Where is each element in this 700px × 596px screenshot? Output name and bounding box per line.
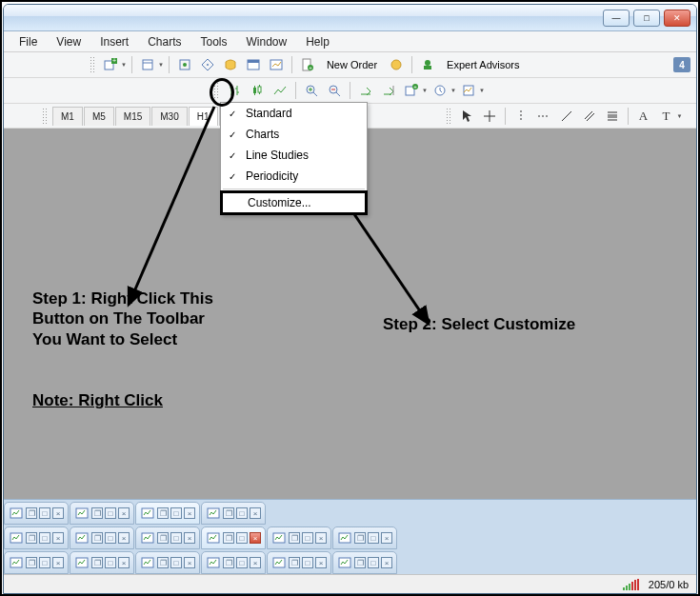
tab-restore-icon[interactable]: ❐ (223, 557, 234, 568)
trendline-button[interactable] (556, 106, 577, 127)
tab-close-icon[interactable]: × (118, 532, 130, 544)
tab-restore-icon[interactable]: ❐ (91, 532, 103, 544)
chart-window-tab[interactable]: ❐□× (135, 502, 200, 525)
ctx-customize[interactable]: Customize... (220, 190, 368, 215)
tab-close-icon[interactable]: × (52, 557, 64, 568)
timeframe-m5[interactable]: M5 (84, 107, 114, 126)
timeframe-m15[interactable]: M15 (115, 107, 150, 126)
menu-insert[interactable]: Insert (90, 32, 138, 51)
timeframe-m1[interactable]: M1 (52, 107, 83, 126)
new-order-button[interactable]: New Order (320, 54, 384, 75)
tab-restore-icon[interactable]: ❐ (91, 557, 103, 568)
market-watch-button[interactable] (174, 54, 195, 75)
timeframe-m30[interactable]: M30 (151, 107, 187, 126)
chart-window-tab[interactable]: ❐□× (70, 526, 134, 549)
chart-window-tab[interactable]: ❐□× (70, 551, 134, 574)
profiles-button[interactable] (137, 54, 158, 75)
dropdown-arrow-icon[interactable]: ▼ (450, 88, 456, 93)
tab-restore-icon[interactable]: ❐ (223, 507, 234, 519)
chart-window-tab[interactable]: ❐□× (332, 526, 397, 549)
channel-button[interactable] (579, 106, 600, 127)
menu-view[interactable]: View (47, 32, 90, 51)
tab-maximize-icon[interactable]: □ (170, 532, 182, 544)
tab-close-icon[interactable]: × (118, 507, 130, 519)
tab-close-icon[interactable]: × (250, 507, 261, 519)
expert-advisors-button[interactable]: Expert Advisors (440, 54, 526, 75)
chart-shift-button[interactable] (378, 80, 399, 101)
chart-window-tab[interactable]: ❐□× (201, 502, 266, 525)
tab-close-icon[interactable]: × (184, 557, 195, 568)
line-chart-button[interactable] (270, 80, 290, 101)
chart-window-tab[interactable]: ❐□× (201, 551, 266, 574)
tab-close-icon[interactable]: × (381, 557, 392, 568)
meta-quotes-button[interactable] (386, 54, 407, 75)
toolbar-grip-icon[interactable] (42, 108, 48, 125)
tab-close-icon[interactable]: × (315, 532, 327, 544)
tab-close-icon[interactable]: × (184, 532, 195, 544)
ctx-charts[interactable]: ✓Charts (221, 124, 367, 145)
tab-maximize-icon[interactable]: □ (170, 557, 182, 568)
tab-restore-icon[interactable]: ❐ (223, 532, 234, 544)
menu-help[interactable]: Help (296, 32, 339, 51)
candlestick-button[interactable] (247, 80, 268, 101)
dropdown-arrow-icon[interactable]: ▼ (158, 62, 164, 68)
tab-maximize-icon[interactable]: □ (170, 507, 182, 519)
text-label-button[interactable]: T (656, 106, 677, 127)
menu-file[interactable]: File (10, 32, 47, 51)
fibonacci-button[interactable] (602, 106, 623, 127)
menu-tools[interactable]: Tools (191, 32, 237, 51)
close-button[interactable]: ✕ (664, 10, 690, 27)
tab-maximize-icon[interactable]: □ (302, 557, 313, 568)
toolbar-grip-icon[interactable] (90, 56, 95, 73)
chart-window-tab[interactable]: ❐□× (4, 526, 69, 549)
tab-restore-icon[interactable]: ❐ (157, 507, 169, 519)
toolbar-grip-icon[interactable] (446, 108, 451, 125)
dropdown-arrow-icon[interactable]: ▼ (677, 113, 683, 119)
tab-maximize-icon[interactable]: □ (236, 557, 248, 568)
tab-maximize-icon[interactable]: □ (39, 532, 50, 544)
dropdown-arrow-icon[interactable]: ▼ (121, 62, 127, 68)
tab-maximize-icon[interactable]: □ (368, 532, 379, 544)
ctx-line-studies[interactable]: ✓Line Studies (221, 145, 367, 166)
auto-scroll-button[interactable] (355, 80, 376, 101)
menu-charts[interactable]: Charts (138, 32, 190, 51)
menu-window[interactable]: Window (237, 32, 297, 51)
tab-close-icon[interactable]: × (184, 507, 195, 519)
crosshair-button[interactable] (479, 106, 500, 127)
tab-close-icon[interactable]: × (118, 557, 130, 568)
timeframe-h1[interactable]: H1 (189, 107, 218, 126)
dropdown-arrow-icon[interactable]: ▼ (479, 88, 485, 93)
minimize-button[interactable]: — (603, 10, 630, 27)
navigator-button[interactable] (197, 54, 218, 75)
horizontal-line-button[interactable] (533, 106, 554, 127)
tab-close-icon[interactable]: × (381, 532, 392, 544)
expert-advisors-icon[interactable] (417, 54, 438, 75)
tab-maximize-icon[interactable]: □ (302, 532, 313, 544)
templates-button[interactable] (458, 80, 479, 101)
tab-maximize-icon[interactable]: □ (39, 557, 50, 568)
tab-restore-icon[interactable]: ❐ (289, 557, 300, 568)
notification-badge[interactable]: 4 (673, 57, 690, 72)
tab-maximize-icon[interactable]: □ (105, 532, 116, 544)
maximize-button[interactable]: □ (633, 10, 660, 27)
chart-window-tab[interactable]: ❐□× (201, 526, 266, 549)
tab-restore-icon[interactable]: ❐ (26, 557, 37, 568)
tab-maximize-icon[interactable]: □ (236, 507, 248, 519)
tab-close-icon[interactable]: × (52, 532, 64, 544)
text-button[interactable]: A (633, 106, 654, 127)
strategy-tester-button[interactable] (266, 54, 287, 75)
ctx-periodicity[interactable]: ✓Periodicity (221, 166, 367, 187)
tab-restore-icon[interactable]: ❐ (289, 532, 300, 544)
tab-restore-icon[interactable]: ❐ (157, 532, 169, 544)
tab-restore-icon[interactable]: ❐ (26, 507, 37, 519)
tab-close-icon[interactable]: × (52, 507, 64, 519)
data-window-button[interactable] (220, 54, 241, 75)
zoom-out-button[interactable] (324, 80, 345, 101)
chart-window-tab[interactable]: ❐□× (135, 551, 200, 574)
new-chart-button[interactable]: + (100, 54, 121, 75)
ctx-standard[interactable]: ✓Standard (221, 103, 367, 124)
chart-window-tab[interactable]: ❐□× (4, 551, 69, 574)
tab-restore-icon[interactable]: ❐ (157, 557, 169, 568)
zoom-in-button[interactable] (301, 80, 322, 101)
periodicity-button[interactable] (430, 80, 450, 101)
